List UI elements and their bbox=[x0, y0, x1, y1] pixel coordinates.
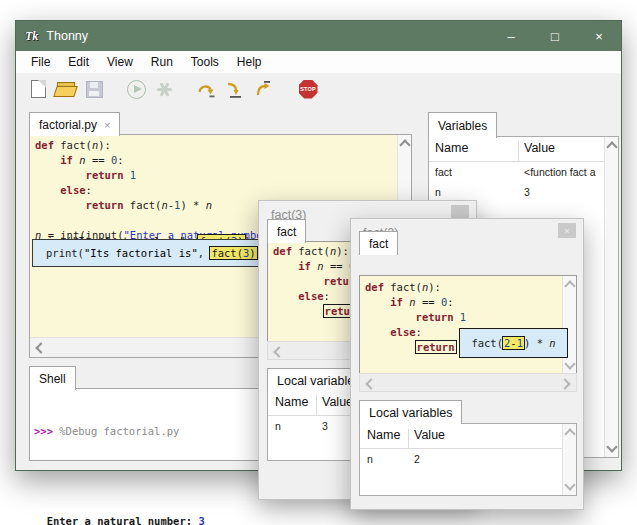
shell-io-line: Enter a natural number: 3 bbox=[34, 514, 409, 525]
code-line: return 1 bbox=[35, 168, 398, 183]
column-header-name[interactable]: Name bbox=[435, 141, 468, 155]
cell-value: 2 bbox=[414, 453, 420, 465]
fact2-vertical-scrollbar[interactable] bbox=[562, 276, 576, 374]
menu-edit[interactable]: Edit bbox=[59, 52, 98, 72]
toolbar-step-into-button[interactable] bbox=[222, 78, 246, 100]
cell-name: fact bbox=[435, 166, 452, 178]
code-line: if n == 0: bbox=[365, 295, 576, 310]
column-header-value[interactable]: Value bbox=[414, 428, 445, 442]
tab-label: fact bbox=[369, 237, 388, 251]
fact2-horizontal-scrollbar[interactable] bbox=[359, 373, 577, 392]
cell-name: n bbox=[275, 420, 281, 432]
toolbar-stop-button[interactable]: STOP bbox=[296, 78, 320, 100]
desktop: Tk Thonny – □ × FileEditViewRunToolsHelp… bbox=[0, 0, 637, 525]
fact2-locals-scrollbar[interactable] bbox=[562, 424, 576, 495]
table-row[interactable]: n2 bbox=[360, 449, 576, 469]
column-header-value[interactable]: Value bbox=[524, 141, 555, 155]
menu-bar: FileEditViewRunToolsHelp bbox=[16, 51, 621, 74]
cell-value: <function fact a bbox=[524, 166, 596, 178]
scroll-down-icon[interactable] bbox=[564, 358, 575, 369]
code-line: return 1 bbox=[365, 310, 576, 325]
tab-close-icon[interactable]: × bbox=[104, 119, 110, 131]
tab-label: fact bbox=[277, 225, 296, 239]
cell-name: n bbox=[435, 186, 441, 198]
toolbar-new-file-button[interactable] bbox=[26, 78, 50, 100]
title-bar[interactable]: Tk Thonny – □ × bbox=[16, 21, 621, 51]
app-icon: Tk bbox=[25, 29, 38, 44]
menu-file[interactable]: File bbox=[22, 52, 59, 72]
column-divider[interactable] bbox=[518, 141, 519, 161]
column-header-name[interactable]: Name bbox=[367, 428, 400, 442]
scroll-up-icon[interactable] bbox=[606, 141, 617, 152]
evaluated-expression-box: fact(2-1) * n bbox=[459, 328, 568, 358]
toolbar-debug-script-button[interactable] bbox=[152, 78, 176, 100]
scroll-down-icon[interactable] bbox=[606, 441, 617, 452]
table-header: NameValue bbox=[429, 137, 618, 162]
scroll-right-icon[interactable] bbox=[559, 378, 570, 389]
variables-scrollbar[interactable] bbox=[604, 137, 618, 457]
menu-run[interactable]: Run bbox=[142, 52, 182, 72]
table-row[interactable]: fact<function fact a bbox=[429, 162, 618, 182]
window-title: Thonny bbox=[46, 29, 88, 43]
code-line: else: bbox=[35, 183, 398, 198]
scroll-up-icon[interactable] bbox=[399, 139, 410, 150]
expression-box: 2-1 bbox=[503, 337, 524, 349]
tab-label: Variables bbox=[438, 119, 487, 133]
column-divider[interactable] bbox=[408, 428, 409, 448]
cell-value: 3 bbox=[322, 420, 328, 432]
code-line: def fact(n): bbox=[365, 280, 576, 295]
column-header-value[interactable]: Value bbox=[322, 395, 353, 409]
scroll-down-icon[interactable] bbox=[564, 479, 575, 490]
expression-box: fact(3) bbox=[210, 247, 256, 259]
fact2-local-variables-tab[interactable]: Local variables bbox=[359, 400, 462, 424]
scroll-left-icon[interactable] bbox=[365, 378, 376, 389]
tab-variables[interactable]: Variables bbox=[428, 112, 497, 138]
cell-value: 3 bbox=[524, 186, 530, 198]
cell-name: n bbox=[367, 453, 373, 465]
scroll-left-icon[interactable] bbox=[35, 342, 46, 353]
program-output: Enter a natural number: bbox=[34, 515, 198, 525]
toolbar-step-out-button[interactable] bbox=[250, 78, 274, 100]
tab-label: Shell bbox=[39, 372, 66, 386]
current-statement-box: print("Its factorial is", fact(3)) bbox=[32, 239, 284, 267]
fact2-close-button[interactable]: × bbox=[558, 223, 576, 238]
fact2-window: fact(2) × fact def fact(n): if n == 0: r… bbox=[350, 218, 584, 510]
fact3-tab-fact[interactable]: fact bbox=[267, 219, 306, 243]
fact2-tab-fact[interactable]: fact bbox=[359, 231, 398, 255]
menu-view[interactable]: View bbox=[98, 52, 142, 72]
minimize-button[interactable]: – bbox=[489, 21, 533, 51]
fact2-code-view[interactable]: def fact(n): if n == 0: return 1 else: r… bbox=[359, 275, 577, 375]
maximize-button[interactable]: □ bbox=[533, 21, 577, 51]
code-line: if n == 0: bbox=[35, 153, 398, 168]
tab-label: Local variables bbox=[277, 374, 360, 388]
tab-shell[interactable]: Shell bbox=[29, 366, 76, 390]
column-header-name[interactable]: Name bbox=[275, 395, 308, 409]
user-input: 3 bbox=[198, 515, 204, 525]
menu-tools[interactable]: Tools bbox=[182, 52, 228, 72]
column-divider[interactable] bbox=[316, 395, 317, 415]
fact2-locals-table[interactable]: NameValuen2 bbox=[359, 423, 577, 496]
tab-factorial-py[interactable]: factorial.py × bbox=[29, 112, 120, 136]
code-line: def fact(n): bbox=[35, 138, 398, 153]
tab-label: Local variables bbox=[369, 406, 452, 420]
shell-prompt: >>> bbox=[34, 425, 53, 437]
scroll-up-icon[interactable] bbox=[564, 280, 575, 291]
scroll-up-icon[interactable] bbox=[564, 428, 575, 439]
tab-label: factorial.py bbox=[39, 118, 97, 132]
close-button[interactable]: × bbox=[577, 21, 621, 51]
window-controls: – □ × bbox=[489, 21, 621, 51]
shell-command: %Debug factorial.py bbox=[59, 425, 179, 437]
toolbar-open-file-button[interactable] bbox=[54, 78, 78, 100]
toolbar-run-script-button[interactable] bbox=[124, 78, 148, 100]
toolbar: STOP bbox=[16, 74, 621, 104]
scroll-left-icon[interactable] bbox=[273, 346, 284, 357]
close-icon: × bbox=[564, 226, 569, 236]
table-header: NameValue bbox=[360, 424, 576, 449]
table-row[interactable]: n3 bbox=[429, 182, 618, 202]
menu-help[interactable]: Help bbox=[228, 52, 271, 72]
toolbar-save-file-button[interactable] bbox=[82, 78, 106, 100]
toolbar-step-over-button[interactable] bbox=[194, 78, 218, 100]
